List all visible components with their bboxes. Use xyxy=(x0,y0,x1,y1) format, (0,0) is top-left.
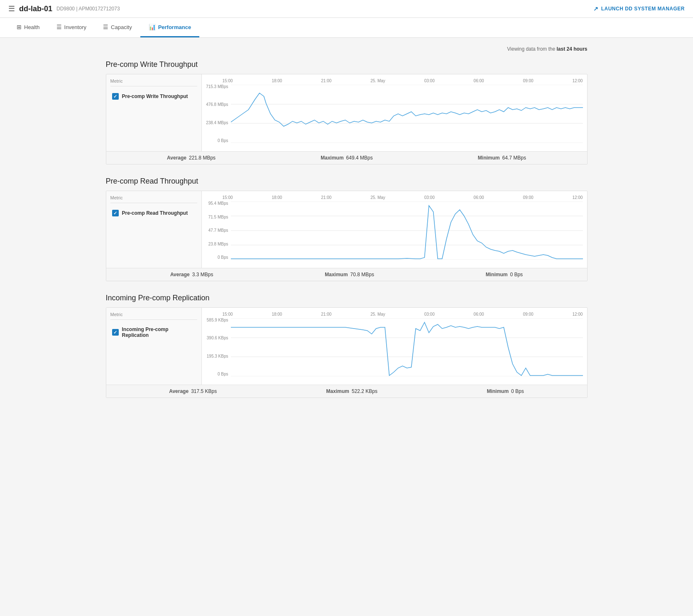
app-icon: ☰ xyxy=(8,4,15,13)
read-min-value: 0 Bps xyxy=(510,272,523,277)
read-throughput-section: Pre-comp Read Throughput Metric Pre-comp… xyxy=(106,177,588,281)
read-y-axis: 95.4 MBps 71.5 MBps 47.7 MBps 23.8 MBps … xyxy=(206,201,231,260)
write-svg-container xyxy=(231,85,583,143)
write-chart-graph: 715.3 MBps 476.8 MBps 238.4 MBps 0 Bps xyxy=(206,85,583,151)
write-throughput-section: Pre-comp Write Throughput Metric Pre-com… xyxy=(106,60,588,164)
replication-avg-value: 317.5 KBps xyxy=(191,388,217,394)
read-throughput-card: Metric Pre-comp Read Throughput 15:00 18… xyxy=(106,191,588,281)
write-throughput-card: Metric Pre-comp Write Throughput 15:00 1… xyxy=(106,74,588,164)
read-checkbox[interactable] xyxy=(112,210,119,216)
write-throughput-legend: Metric Pre-comp Write Throughput xyxy=(106,74,202,151)
tab-capacity[interactable]: ☰ Capacity xyxy=(95,18,140,37)
write-throughput-title: Pre-comp Write Throughput xyxy=(106,60,588,69)
launch-btn-label: LAUNCH DD SYSTEM MANAGER xyxy=(601,6,685,12)
replication-section: Incoming Pre-comp Replication Metric Inc… xyxy=(106,294,588,398)
capacity-tab-label: Capacity xyxy=(111,24,132,30)
performance-tab-icon: 📊 xyxy=(149,24,156,30)
replication-checkbox[interactable] xyxy=(112,329,119,336)
write-chart-footer: Average 221.8 MBps Maximum 649.4 MBps Mi… xyxy=(106,151,587,164)
tab-performance[interactable]: 📊 Performance xyxy=(140,18,199,37)
nav-tabs: ⊞ Health ☰ Inventory ☰ Capacity 📊 Perfor… xyxy=(0,18,693,38)
replication-svg-container xyxy=(231,318,583,376)
app-device-name: dd-lab-01 xyxy=(19,5,52,13)
launch-icon: ↗ xyxy=(593,5,599,12)
write-legend-item: Pre-comp Write Throughput xyxy=(110,91,197,102)
read-min-stat: Minimum 0 Bps xyxy=(486,272,523,277)
read-legend-label: Pre-comp Read Throughput xyxy=(122,210,188,216)
replication-legend-item: Incoming Pre-comp Replication xyxy=(110,324,197,341)
replication-legend-header: Metric xyxy=(110,312,197,320)
read-svg-container xyxy=(231,201,583,260)
read-legend-item: Pre-comp Read Throughput xyxy=(110,207,197,219)
read-chart-footer: Average 3.3 MBps Maximum 70.8 MBps Minim… xyxy=(106,268,587,281)
replication-y-axis: 585.9 KBps 390.6 KBps 195.3 KBps 0 Bps xyxy=(206,318,231,376)
write-min-value: 64.7 MBps xyxy=(502,155,526,161)
read-throughput-title: Pre-comp Read Throughput xyxy=(106,177,588,186)
write-checkbox[interactable] xyxy=(112,93,119,100)
replication-avg-stat: Average 317.5 KBps xyxy=(169,388,217,394)
read-avg-value: 3.3 MBps xyxy=(192,272,213,277)
viewing-info: Viewing data from the last 24 hours xyxy=(106,46,588,52)
replication-title: Incoming Pre-comp Replication xyxy=(106,294,588,302)
write-chart-area: 15:00 18:00 21:00 25. May 03:00 06:00 09… xyxy=(202,74,587,151)
replication-chart-area: 15:00 18:00 21:00 25. May 03:00 06:00 09… xyxy=(202,308,587,385)
tab-health[interactable]: ⊞ Health xyxy=(8,18,48,37)
tab-inventory[interactable]: ☰ Inventory xyxy=(48,18,95,37)
write-time-axis: 15:00 18:00 21:00 25. May 03:00 06:00 09… xyxy=(206,79,583,85)
main-content: Viewing data from the last 24 hours Pre-… xyxy=(98,38,596,419)
read-max-value: 70.8 MBps xyxy=(350,272,374,277)
replication-legend: Metric Incoming Pre-comp Replication xyxy=(106,308,202,385)
replication-body: Metric Incoming Pre-comp Replication 15:… xyxy=(106,308,587,385)
replication-legend-label: Incoming Pre-comp Replication xyxy=(122,326,196,338)
read-chart-graph: 95.4 MBps 71.5 MBps 47.7 MBps 23.8 MBps … xyxy=(206,201,583,268)
replication-min-stat: Minimum 0 Bps xyxy=(487,388,524,394)
read-max-stat: Maximum 70.8 MBps xyxy=(325,272,374,277)
inventory-tab-label: Inventory xyxy=(64,24,86,30)
read-chart-area: 15:00 18:00 21:00 25. May 03:00 06:00 09… xyxy=(202,191,587,268)
viewing-info-text: Viewing data from the xyxy=(507,46,556,52)
write-y-axis: 715.3 MBps 476.8 MBps 238.4 MBps 0 Bps xyxy=(206,85,231,143)
launch-dd-system-manager-button[interactable]: ↗ LAUNCH DD SYSTEM MANAGER xyxy=(593,5,685,12)
write-avg-value: 221.8 MBps xyxy=(189,155,215,161)
read-avg-stat: Average 3.3 MBps xyxy=(170,272,213,277)
capacity-tab-icon: ☰ xyxy=(103,24,108,30)
app-device-meta: DD9800 | APM00172712073 xyxy=(56,6,120,12)
read-throughput-legend: Metric Pre-comp Read Throughput xyxy=(106,191,202,268)
replication-max-stat: Maximum 522.2 KBps xyxy=(326,388,377,394)
performance-tab-label: Performance xyxy=(158,24,191,30)
write-max-value: 649.4 MBps xyxy=(346,155,373,161)
replication-chart-footer: Average 317.5 KBps Maximum 522.2 KBps Mi… xyxy=(106,385,587,398)
replication-chart-graph: 585.9 KBps 390.6 KBps 195.3 KBps 0 Bps xyxy=(206,318,583,385)
inventory-tab-icon: ☰ xyxy=(56,24,62,30)
health-tab-label: Health xyxy=(24,24,40,30)
replication-min-value: 0 Bps xyxy=(511,388,524,394)
app-header: ☰ dd-lab-01 DD9800 | APM00172712073 ↗ LA… xyxy=(0,0,693,18)
write-legend-header: Metric xyxy=(110,79,197,86)
viewing-info-bold: last 24 hours xyxy=(556,46,587,52)
app-title-group: ☰ dd-lab-01 DD9800 | APM00172712073 xyxy=(8,4,120,13)
write-throughput-body: Metric Pre-comp Write Throughput 15:00 1… xyxy=(106,74,587,151)
replication-max-value: 522.2 KBps xyxy=(352,388,377,394)
write-legend-label: Pre-comp Write Throughput xyxy=(122,93,188,99)
replication-time-axis: 15:00 18:00 21:00 25. May 03:00 06:00 09… xyxy=(206,312,583,318)
write-min-stat: Minimum 64.7 MBps xyxy=(478,155,526,161)
write-avg-stat: Average 221.8 MBps xyxy=(167,155,215,161)
replication-card: Metric Incoming Pre-comp Replication 15:… xyxy=(106,307,588,398)
write-max-stat: Maximum 649.4 MBps xyxy=(321,155,372,161)
read-throughput-body: Metric Pre-comp Read Throughput 15:00 18… xyxy=(106,191,587,268)
health-tab-icon: ⊞ xyxy=(17,24,22,30)
read-legend-header: Metric xyxy=(110,195,197,203)
read-time-axis: 15:00 18:00 21:00 25. May 03:00 06:00 09… xyxy=(206,195,583,201)
